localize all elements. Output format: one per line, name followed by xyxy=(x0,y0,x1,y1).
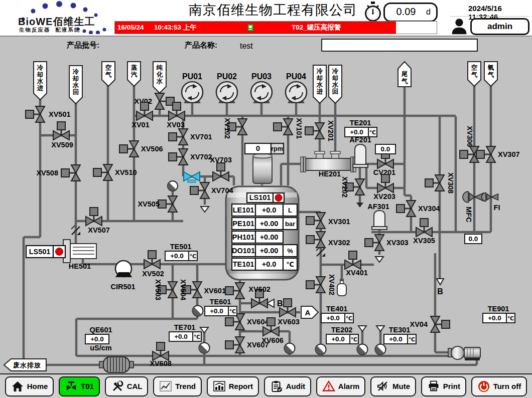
banner-text: 尾气 xyxy=(401,71,408,85)
banner-text: 冷却水进 xyxy=(37,64,44,92)
marker-letter: B xyxy=(437,287,443,296)
steam-trap-icon xyxy=(315,344,326,355)
toolbar-button-alarm[interactable]: Alarm xyxy=(316,376,366,396)
valve-XV302[interactable]: XV302 xyxy=(306,232,350,248)
display-flow-indicator[interactable]: 0.0 xyxy=(465,234,482,244)
valve-XV501[interactable]: XV501 xyxy=(26,106,71,122)
header: BioWE佰维生工 生物反应器 配液系统 南京佰维生物工程有限公司 0.09 d… xyxy=(0,0,532,37)
user-login-button[interactable]: admin xyxy=(470,18,529,35)
tank-instrument-LE101[interactable]: LE101+0.0L xyxy=(232,204,297,216)
trend-icon xyxy=(159,380,172,393)
valve-label: XV301 xyxy=(328,218,350,226)
valve-XV308[interactable]: XV308 xyxy=(425,172,455,193)
valve-actuator xyxy=(217,163,225,171)
valve-label: XV510 xyxy=(115,168,137,176)
alarm-banner[interactable]: 16/05/24 10:43:53 上午 T02_罐压高报警 xyxy=(114,21,437,34)
level-switch-LS101[interactable]: LS101 xyxy=(247,193,284,203)
filter-AF201[interactable] xyxy=(353,144,368,167)
valve-actuator xyxy=(169,133,177,141)
toolbar-button-print[interactable]: Print xyxy=(421,376,466,396)
valve-XV506[interactable]: XV506 xyxy=(119,141,163,157)
display-TE301[interactable]: TE301+0.0℃ xyxy=(384,326,416,344)
pump-PU01[interactable]: PU01 xyxy=(182,72,203,103)
valve-XV303[interactable]: XV303 xyxy=(365,235,409,251)
display-TE901[interactable]: TE901+0.0℃ xyxy=(483,305,515,323)
pump-PU02[interactable]: PU02 xyxy=(216,72,237,103)
valve-XV702[interactable]: XV702 xyxy=(169,149,212,165)
valve-XV601[interactable]: XV601 xyxy=(204,283,244,299)
home-icon xyxy=(11,380,24,393)
display-TE501[interactable]: TE501+0.0℃ xyxy=(165,243,197,261)
valve-XV608[interactable]: XV608 xyxy=(150,342,172,367)
level-switch-LS501[interactable]: LS501 xyxy=(26,246,65,258)
valve-label: XV501 xyxy=(49,110,71,118)
toolbar-button-cal[interactable]: CAL xyxy=(105,376,149,396)
display-unit: ℃ xyxy=(369,129,376,135)
toolbar-button-audit[interactable]: Audit xyxy=(264,376,311,396)
valve-label: XV202 xyxy=(341,176,349,197)
valve-XV510[interactable]: XV510 xyxy=(93,164,137,180)
toolbar-button-trend[interactable]: Trend xyxy=(153,376,202,396)
display-TE601[interactable]: TE601+0.0℃ xyxy=(205,298,237,316)
valve-label: XV308 xyxy=(447,172,455,193)
valve-label: XV601 xyxy=(204,287,226,295)
valve-actuator xyxy=(305,127,313,135)
display-label: TE202 xyxy=(331,326,353,334)
pump-PU03[interactable]: PU03 xyxy=(251,72,272,103)
pump-bottom-right[interactable] xyxy=(448,346,480,360)
product-batch-input[interactable] xyxy=(321,39,478,52)
toolbar-button-turnoff[interactable]: Turn off xyxy=(471,376,527,396)
valve-actuator xyxy=(157,342,165,350)
valve-XV307[interactable]: XV307 xyxy=(476,146,520,162)
banner-oxygen: 氧气 xyxy=(484,62,497,86)
mass-flow-controller-MFC[interactable] xyxy=(463,191,483,203)
valve-XV301[interactable]: XV301 xyxy=(306,213,350,229)
heat-exchanger-HE201[interactable] xyxy=(301,151,356,172)
tank-instrument-PE101[interactable]: PE101+0.00bar xyxy=(232,218,297,230)
pump-CIR501[interactable] xyxy=(115,261,132,277)
toolbar-button-home[interactable]: Home xyxy=(5,376,54,396)
valve-XV402[interactable]: XV402 xyxy=(306,274,336,295)
display-TE201[interactable]: TE201+0.0℃ xyxy=(345,119,377,137)
valve-actuator xyxy=(57,122,65,130)
tank-instrument-TE101[interactable]: TE101+0.0℃ xyxy=(232,258,297,270)
toolbar-button-mute[interactable]: Mute xyxy=(370,376,416,396)
power-icon xyxy=(477,380,490,393)
valve-XV505[interactable]: XV505 xyxy=(138,196,177,212)
valve-XV03[interactable]: XV03 xyxy=(167,102,185,129)
display-TE202[interactable]: TE202+0.0℃ xyxy=(326,326,358,344)
equipment-label: uS/cm xyxy=(90,344,112,352)
valve-label: XV604 xyxy=(247,318,269,326)
valve-XV04[interactable]: XV04 xyxy=(410,316,450,332)
valve-actuator xyxy=(306,217,314,225)
valve-XV701[interactable]: XV701 xyxy=(169,129,212,145)
tank-instrument-PH101[interactable]: PH101+0.00 xyxy=(232,231,283,243)
valve-XV201[interactable]: XV201 xyxy=(305,120,335,141)
display-value: +0.0 xyxy=(170,252,184,260)
print-icon xyxy=(427,380,440,393)
pump-PU04[interactable]: PU04 xyxy=(286,72,307,103)
display-label: TE401 xyxy=(326,305,348,313)
valve-XV508[interactable]: XV508 xyxy=(36,165,80,181)
banner-text: 氧气 xyxy=(487,64,494,78)
tank-instrument-DO101[interactable]: DO101+0.00% xyxy=(232,245,297,257)
toolbar-button-t01[interactable]: T01 xyxy=(59,376,100,396)
toolbar-button-label: Mute xyxy=(392,382,410,390)
valve-XV304[interactable]: XV304 xyxy=(396,201,440,217)
display-agitator-speed[interactable]: 0rpm xyxy=(245,143,284,154)
display-TE701[interactable]: TE701+0.0℃ xyxy=(169,323,201,341)
filter-AF301[interactable] xyxy=(372,211,387,230)
toolbar-button-report[interactable]: Report xyxy=(207,376,259,396)
wastewater-heat-exchanger[interactable] xyxy=(99,357,134,372)
heat-exchanger-HE501[interactable] xyxy=(63,240,96,263)
display-QE601[interactable]: QE601+0.0 xyxy=(85,326,112,344)
valve-XV305[interactable]: XV305 xyxy=(413,219,435,245)
display-unit: ℃ xyxy=(229,308,236,314)
valve-label: XV505 xyxy=(138,200,160,208)
instrument-tag: PE101 xyxy=(232,220,254,228)
display-label: TE901 xyxy=(488,305,509,313)
display-TE401[interactable]: TE401+0.0℃ xyxy=(321,305,353,323)
elapsed-time-display[interactable]: 0.09 d xyxy=(383,3,438,22)
alarm-message: T02_罐压高报警 xyxy=(292,22,341,34)
display-CV201-setpoint[interactable]: 0.0 xyxy=(375,144,395,154)
